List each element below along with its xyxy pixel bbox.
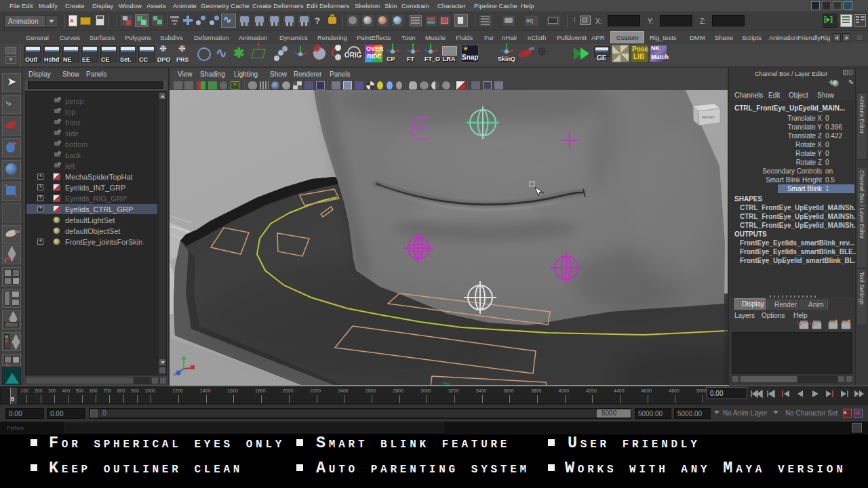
svg-text:FRONT: FRONT [702, 115, 715, 119]
svg-text:z: z [174, 371, 176, 376]
